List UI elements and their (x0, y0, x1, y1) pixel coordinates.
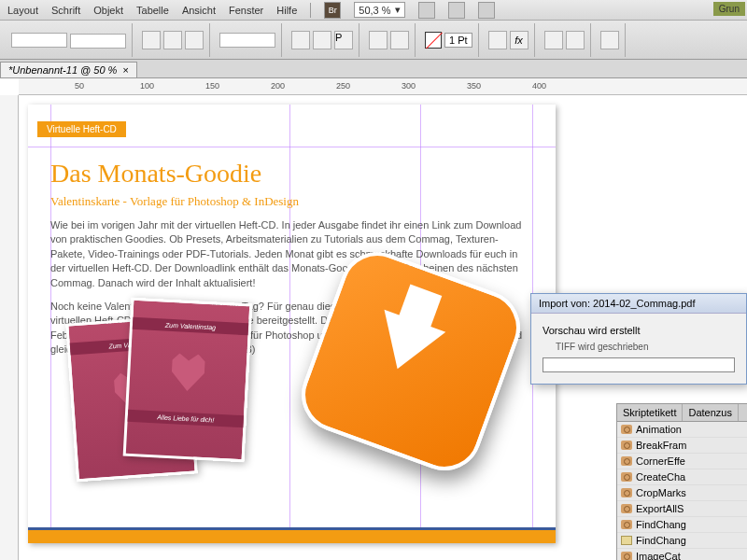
flip-v-icon[interactable] (185, 31, 204, 49)
card-ribbon: Zum Valentinstag (133, 317, 249, 335)
menu-bar: Layout Schrift Objekt Tabelle Ansicht Fe… (0, 0, 747, 21)
script-label: CropMarks (636, 487, 686, 498)
page-subhead: Valentinskarte - Vorlage für Photoshop &… (50, 194, 299, 209)
script-icon (621, 472, 632, 482)
text-wrap-icon[interactable] (544, 31, 563, 49)
effects-icon[interactable] (488, 31, 507, 49)
workspace-label[interactable]: Grun (713, 2, 745, 16)
flip-h-icon[interactable] (163, 31, 182, 49)
chevron-down-icon: ▾ (395, 4, 401, 16)
script-item[interactable]: CornerEffe (617, 454, 747, 469)
document-tabs: *Unbenannt-11 @ 50 % × (0, 60, 747, 78)
heart-icon (163, 348, 213, 398)
script-label: FindChang (636, 535, 686, 546)
script-item[interactable]: Animation (617, 422, 747, 438)
ruler-tick: 50 (75, 81, 84, 91)
page-headline: Das Monats-Goodie (50, 159, 261, 189)
vertical-ruler (0, 95, 19, 560)
script-icon (621, 504, 632, 513)
crop-icon[interactable] (600, 31, 619, 49)
folder-icon (621, 536, 632, 545)
distribute-icon[interactable] (390, 31, 409, 49)
script-label: ImageCat (636, 551, 681, 560)
script-icon (621, 456, 632, 466)
script-item[interactable]: CreateCha (617, 469, 747, 485)
menu-help[interactable]: Hilfe (276, 5, 297, 16)
ruler-tick: 250 (336, 81, 350, 91)
script-label: BreakFram (636, 440, 686, 451)
tab-data-merge[interactable]: Datenzus (683, 404, 738, 421)
script-label: ExportAllS (636, 503, 684, 514)
script-icon (621, 520, 632, 529)
workspace: Virtuelle Heft-CD Das Monats-Goodie Vale… (0, 95, 747, 560)
script-item[interactable]: CropMarks (617, 485, 747, 501)
script-label: FindChang (636, 519, 686, 530)
view-mode-icon[interactable] (418, 2, 435, 19)
dialog-substatus: TIFF wird geschrieben (556, 342, 735, 352)
scripts-panel: Skriptetikett Datenzus AnimationBreakFra… (616, 403, 747, 560)
script-item[interactable]: ImageCat (617, 549, 747, 560)
menu-view[interactable]: Ansicht (182, 5, 216, 16)
bridge-icon[interactable]: Br (324, 2, 341, 19)
divider (310, 3, 311, 18)
fill-swatch[interactable] (425, 32, 442, 49)
valentine-card: Zum Valentinstag Alles Liebe für dich! (123, 298, 253, 463)
dialog-title: Import von: 2014-02_Commag.pdf (531, 294, 746, 314)
x-field[interactable] (11, 33, 67, 48)
panel-tabs: Skriptetikett Datenzus (617, 404, 747, 422)
close-icon[interactable]: × (122, 64, 128, 76)
scripts-list: AnimationBreakFramCornerEffeCreateChaCro… (617, 422, 747, 560)
zoom-level[interactable]: 50,3 %▾ (354, 2, 404, 18)
tab-script-labels[interactable]: Skriptetikett (617, 404, 683, 421)
control-toolbar: P 1 Pt fx (0, 21, 747, 60)
ruler-tick: 100 (140, 81, 154, 91)
y-field[interactable] (70, 34, 126, 49)
menu-table[interactable]: Tabelle (136, 5, 169, 16)
script-label: CornerEffe (636, 455, 685, 467)
guide[interactable] (28, 147, 556, 147)
script-icon (621, 552, 632, 560)
arrange-icon[interactable] (478, 2, 495, 19)
script-icon (621, 488, 632, 497)
dialog-status: Vorschau wird erstellt (543, 325, 735, 336)
document-tab[interactable]: *Unbenannt-11 @ 50 % × (0, 62, 137, 77)
script-label: Animation (636, 424, 682, 435)
menu-font[interactable]: Schrift (51, 5, 80, 16)
ruler-tick: 400 (532, 81, 546, 91)
w-field[interactable] (219, 33, 275, 48)
menu-window[interactable]: Fenster (229, 5, 263, 16)
section-badge: Virtuelle Heft-CD (37, 121, 126, 137)
shear-icon[interactable] (313, 31, 331, 49)
screen-mode-icon[interactable] (448, 2, 465, 19)
card-preview: Zum Valentin Zum Valentinstag Alles Lieb… (71, 301, 267, 487)
script-item[interactable]: BreakFram (617, 438, 747, 454)
menu-object[interactable]: Objekt (93, 5, 123, 16)
fx-icon[interactable]: fx (510, 31, 529, 49)
script-item[interactable]: FindChang (617, 517, 747, 533)
pathfinder-icon[interactable]: P (334, 31, 353, 49)
align-icon[interactable] (369, 31, 388, 49)
ruler-tick: 300 (402, 81, 416, 91)
document-page[interactable]: Virtuelle Heft-CD Das Monats-Goodie Vale… (28, 105, 556, 543)
import-dialog: Import von: 2014-02_Commag.pdf Vorschau … (530, 293, 747, 385)
constrain-icon[interactable] (142, 31, 161, 49)
script-icon (621, 425, 632, 434)
tab-label: *Unbenannt-11 @ 50 % (8, 64, 117, 76)
script-item[interactable]: ExportAllS (617, 501, 747, 517)
menu-layout[interactable]: Layout (7, 5, 38, 16)
placed-logo[interactable] (289, 240, 551, 501)
rotate-icon[interactable] (291, 31, 310, 49)
ruler-tick: 200 (271, 81, 285, 91)
corner-icon[interactable] (566, 31, 585, 49)
ruler-tick: 350 (467, 81, 481, 91)
stroke-weight[interactable]: 1 Pt (444, 33, 472, 48)
card-ribbon: Alles Liebe für dich! (128, 410, 245, 427)
script-item[interactable]: FindChang (617, 533, 747, 549)
ruler-tick: 150 (205, 81, 219, 91)
script-icon (621, 441, 632, 450)
progress-bar (543, 357, 735, 372)
horizontal-ruler: 50 100 150 200 250 300 350 400 (19, 78, 747, 95)
script-label: CreateCha (636, 471, 685, 483)
page-footer (28, 530, 556, 543)
